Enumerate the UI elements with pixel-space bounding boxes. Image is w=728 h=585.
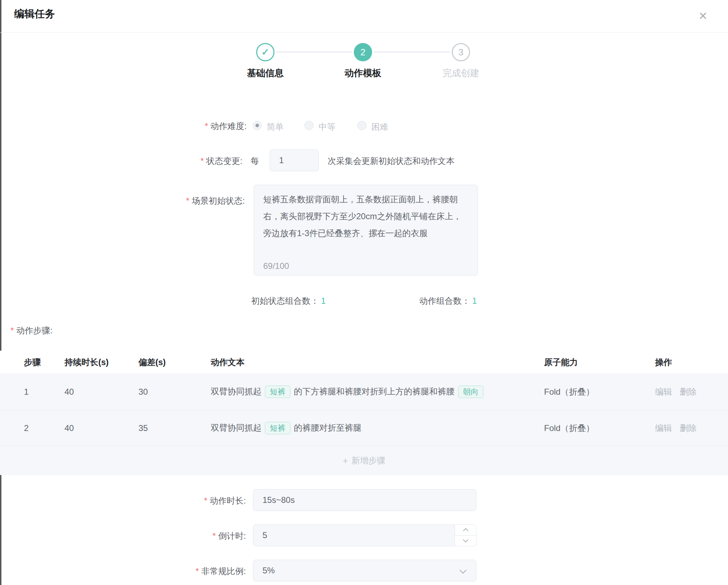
initial-state-text: 短裤五条数据背面朝上，五条数据正面朝上，裤腰朝右，离头部视野下方至少20cm之外… [254,185,477,242]
radio-difficulty-medium[interactable] [304,121,314,130]
duration-input[interactable]: 15s~80s [253,489,476,511]
action-combo-count: 动作组合数：1 [419,295,477,307]
step-1-label: 基础信息 [223,67,308,79]
action-text-segment: 双臂协同抓起 [211,423,261,434]
step-2-number: 2 [360,47,365,58]
cell-ability: Fold（折叠） [544,386,594,398]
cell-step: 1 [24,387,29,397]
step-2-circle: 2 [354,43,372,61]
action-combo-value: 1 [472,296,477,306]
cell-deviation: 35 [138,423,148,433]
required-asterisk: * [196,566,199,576]
cell-action-text: 双臂协同抓起 短裤 的裤腰对折至裤腿 [211,422,362,435]
edit-link[interactable]: 编辑 [655,423,672,434]
state-change-label: *状态变更: [0,155,242,167]
header-divider [0,32,728,33]
unusual-ratio-select[interactable]: 5% [253,560,476,581]
state-change-suffix: 次采集会更新初始状态和动作文本 [328,155,455,167]
check-icon: ✓ [261,47,270,58]
cell-ability: Fold（折叠） [544,423,594,434]
countdown-input[interactable]: 5 [253,524,476,546]
action-text-segment: 的裤腰对折至裤腿 [294,423,362,434]
edit-link[interactable]: 编辑 [655,386,672,398]
countdown-label: *倒计时: [0,530,246,542]
delete-link[interactable]: 删除 [680,386,697,398]
spinner-up-button[interactable] [455,525,476,536]
cell-step: 2 [24,423,29,433]
close-icon[interactable]: ✕ [695,8,711,24]
countdown-value: 5 [263,530,267,540]
required-asterisk: * [200,156,204,166]
col-header-operations: 操作 [655,357,672,368]
col-header-ability: 原子能力 [544,357,578,368]
step-1-circle: ✓ [256,43,274,61]
required-asterisk: * [186,196,189,205]
col-header-action-text: 动作文本 [211,357,245,368]
cell-deviation: 30 [138,387,148,397]
stepper-connector-2 [374,51,450,53]
object-tag: 短裤 [265,422,290,435]
table-row: 1 40 30 双臂协同抓起 短裤 的下方裤腿和裤腰对折到上方的裤腿和裤腰 朝向… [0,374,728,410]
step-3-label: 完成创建 [419,67,503,79]
radio-difficulty-easy[interactable] [253,121,262,130]
col-header-duration: 持续时长(s) [64,357,109,368]
spinner-down-button[interactable] [455,536,476,546]
radio-difficulty-hard[interactable] [357,121,366,130]
initial-combo-value: 1 [321,296,326,306]
number-spinner [455,525,476,546]
radio-label-hard[interactable]: 困难 [371,121,388,133]
chevron-up-icon [463,528,468,534]
step-2-label: 动作模板 [321,67,405,79]
add-step-row: + 新增步骤 [0,446,728,475]
cell-duration: 40 [64,387,74,397]
page-title: 编辑任务 [14,7,55,21]
difficulty-label: *动作难度: [0,121,247,132]
table-row: 2 40 35 双臂协同抓起 短裤 的裤腰对折至裤腿 Fold（折叠） 编辑 删… [0,410,728,446]
radio-label-medium[interactable]: 中等 [319,121,335,133]
initial-state-label: *场景初始状态: [0,195,245,207]
char-counter: 69/100 [263,261,289,271]
step-3-number: 3 [458,47,463,58]
step-3-circle: 3 [452,43,470,61]
plus-icon: + [343,455,348,466]
unusual-ratio-value: 5% [263,566,275,575]
chevron-down-icon [463,537,468,543]
radio-label-easy[interactable]: 简单 [267,121,284,133]
state-change-input[interactable]: 1 [270,149,319,171]
delete-link[interactable]: 删除 [680,423,697,434]
action-text-segment: 的下方裤腿和裤腰对折到上方的裤腿和裤腰 [294,386,455,398]
required-asterisk: * [212,531,216,541]
duration-label: *动作时长: [0,495,246,506]
unusual-ratio-label: *非常规比例: [0,566,246,577]
state-change-prefix: 每 [251,155,259,167]
action-text-segment: 双臂协同抓起 [211,386,261,398]
cell-action-text: 双臂协同抓起 短裤 的下方裤腿和裤腰对折到上方的裤腿和裤腰 朝向 [211,386,487,398]
initial-combo-count: 初始状态组合数：1 [251,295,326,307]
col-header-step: 步骤 [24,357,41,368]
chevron-down-icon [459,567,467,574]
table-header-row: 步骤 持续时长(s) 偏差(s) 动作文本 原子能力 操作 [0,351,728,374]
col-header-deviation: 偏差(s) [138,357,166,368]
object-tag: 短裤 [265,386,290,398]
cell-duration: 40 [64,423,74,433]
required-asterisk: * [11,326,14,335]
required-asterisk: * [204,496,207,505]
stepper-connector-1 [276,51,352,53]
required-asterisk: * [205,121,208,131]
radio-dot [255,124,259,127]
orientation-tag: 朝向 [458,386,483,398]
initial-state-textarea[interactable]: 短裤五条数据背面朝上，五条数据正面朝上，裤腰朝右，离头部视野下方至少20cm之外… [254,185,478,276]
add-step-button[interactable]: + 新增步骤 [343,455,385,466]
action-steps-label: *动作步骤: [11,325,53,336]
